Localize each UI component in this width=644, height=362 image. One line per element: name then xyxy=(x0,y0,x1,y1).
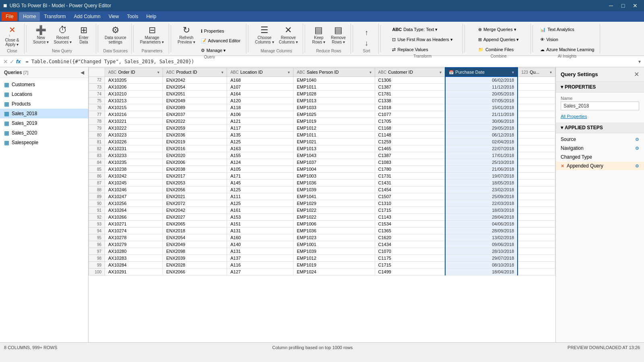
vision-button[interactable]: 👁 Vision xyxy=(538,35,561,44)
remove-columns-icon: ✕ xyxy=(285,26,292,35)
close-button[interactable]: ✕ xyxy=(630,2,641,10)
menu-tools[interactable]: Tools xyxy=(123,12,142,21)
name-property-input[interactable] xyxy=(561,101,639,110)
purchase-date-cell: 19/07/2018 xyxy=(445,173,518,180)
col-filter-icon-customer-id[interactable]: ▾ xyxy=(440,70,442,74)
remove-rows-button[interactable]: ▤ RemoveRows ▾ xyxy=(329,25,347,45)
row-number: 80 xyxy=(89,132,105,139)
order-id-cell: AX10235 xyxy=(105,159,163,166)
azure-ml-button[interactable]: ☁ Azure Machine Learning xyxy=(538,45,597,54)
col-header-location-id[interactable]: ABC Location ID ▾ xyxy=(227,68,293,77)
query-item-sales2019[interactable]: ▦ Sales_2019 xyxy=(0,118,88,128)
step-gear-icon[interactable]: ⚙ xyxy=(635,137,639,142)
manage-parameters-button[interactable]: ⊟ ManageParameters ▾ xyxy=(138,25,165,45)
chevron-down-icon-steps: ▾ xyxy=(561,125,563,130)
customer-id-cell: C1070 xyxy=(375,248,445,255)
col-filter-icon-quantity[interactable]: ▾ xyxy=(550,70,552,74)
app-icon: ■ xyxy=(3,2,7,9)
keep-rows-button[interactable]: ▤ KeepRows ▾ xyxy=(310,25,328,45)
replace-values-button[interactable]: ⇄ Replace Values xyxy=(390,45,430,54)
sales-person-id-cell: EMP1039 xyxy=(293,186,375,193)
col-header-product-id[interactable]: ABC Product ID ▾ xyxy=(163,68,227,77)
query-item-sales2018[interactable]: ▦ Sales_2018 xyxy=(0,109,88,118)
manage-button[interactable]: ⚙ Manage ▾ xyxy=(198,46,243,55)
location-id-cell: A131 xyxy=(227,228,293,234)
choose-columns-button[interactable]: ☰ ChooseColumns ▾ xyxy=(253,25,275,45)
product-id-cell: ENX2053 xyxy=(163,180,227,186)
formula-cancel-button[interactable]: ✕ xyxy=(3,58,8,65)
col-filter-icon-sales-person[interactable]: ▾ xyxy=(369,70,372,74)
step-changed-type[interactable]: Changed Type xyxy=(556,153,644,161)
query-item-customers[interactable]: ▦ Customers xyxy=(0,80,88,89)
sales-person-id-cell: EMP1033 xyxy=(293,104,375,111)
grid-container[interactable]: ABC Order ID ▾ ABC Product ID ▾ xyxy=(89,67,555,342)
customer-id-cell: C1077 xyxy=(375,111,445,118)
data-type-button[interactable]: ABC Data Type: Text ▾ xyxy=(390,25,440,34)
combine-files-button[interactable]: 📁 Combine Files xyxy=(476,45,516,54)
order-id-cell: AX10233 xyxy=(105,152,163,159)
query-settings-close-button[interactable]: ✕ xyxy=(634,70,639,78)
col-filter-icon-purchase-date[interactable]: ▾ xyxy=(512,70,514,74)
new-source-button[interactable]: ➕ NewSource ▾ xyxy=(31,25,50,45)
col-header-order-id[interactable]: ABC Order ID ▾ xyxy=(105,68,163,77)
step-gear-icon-nav[interactable]: ⚙ xyxy=(635,146,639,151)
queries-panel-collapse-button[interactable]: ◀ xyxy=(80,70,84,75)
col-header-quantity[interactable]: 123 Qu... ▾ xyxy=(518,68,555,77)
customer-id-cell: C1465 xyxy=(375,145,445,152)
location-id-cell: A107 xyxy=(227,84,293,91)
recent-sources-button[interactable]: ⏱ RecentSources ▾ xyxy=(52,25,73,45)
data-source-settings-button[interactable]: ⚙ Data sourcesettings xyxy=(103,25,128,45)
step-navigation[interactable]: Navigation ⚙ xyxy=(556,144,644,153)
purchase-date-cell: 28/10/2018 xyxy=(445,248,518,255)
query-item-products[interactable]: ▦ Products xyxy=(0,99,88,109)
product-id-cell: ENX2042 xyxy=(163,77,227,84)
use-first-row-button[interactable]: ⊡ Use First Row as Headers ▾ xyxy=(390,35,455,44)
applied-steps-section-header[interactable]: ▾ APPLIED STEPS xyxy=(556,122,644,133)
col-filter-icon-order-id[interactable]: ▾ xyxy=(157,70,159,74)
col-header-customer-id[interactable]: ABC Customer ID ▾ xyxy=(375,68,445,77)
col-header-sales-person-id[interactable]: ABC Sales Person ID ▾ xyxy=(293,68,375,77)
close-apply-button[interactable]: ✕↓ Close &Apply ▾ xyxy=(3,25,21,48)
step-source[interactable]: Source ⚙ xyxy=(556,135,644,144)
merge-queries-button[interactable]: ⊕ Merge Queries ▾ xyxy=(476,25,519,34)
advanced-editor-button[interactable]: 📝 Advanced Editor xyxy=(198,36,243,45)
menu-add-column[interactable]: Add Column xyxy=(70,12,105,21)
query-item-sales2020[interactable]: ▦ Sales_2020 xyxy=(0,128,88,138)
formula-input[interactable] xyxy=(24,59,635,64)
order-id-cell: AX10264 xyxy=(105,207,163,214)
col-header-purchase-date[interactable]: 📅 Purchase Date ▾ xyxy=(445,68,518,77)
table-body: 72AX10205ENX2042A168EMP1040C130606/02/20… xyxy=(89,77,555,275)
all-properties-link[interactable]: All Properties xyxy=(561,114,587,119)
properties-button[interactable]: ℹ Properties xyxy=(198,27,243,35)
col-filter-icon-product-id[interactable]: ▾ xyxy=(221,70,223,74)
step-appended-query[interactable]: ✕ Appended Query ⚙ xyxy=(556,161,644,170)
append-queries-button[interactable]: ⊞ Append Queries ▾ xyxy=(476,35,522,44)
menu-transform[interactable]: Transform xyxy=(40,12,70,21)
row-number: 96 xyxy=(89,241,105,248)
location-id-cell: A124 xyxy=(227,159,293,166)
formula-expand-icon[interactable]: ▾ xyxy=(638,59,641,64)
menu-help[interactable]: Help xyxy=(142,12,160,21)
text-analytics-button[interactable]: 📊 Text Analytics xyxy=(538,25,577,34)
enter-data-button[interactable]: ⊞ EnterData xyxy=(75,25,93,45)
formula-confirm-button[interactable]: ✓ xyxy=(10,58,14,65)
menu-view[interactable]: View xyxy=(105,12,123,21)
query-item-salespeople[interactable]: ▦ Salespeople xyxy=(0,138,88,147)
maximize-button[interactable]: □ xyxy=(617,2,629,10)
properties-section-header[interactable]: ▾ PROPERTIES xyxy=(556,82,644,93)
use-first-row-icon: ⊡ xyxy=(392,37,396,42)
sales-person-id-cell: EMP1022 xyxy=(293,207,375,214)
customer-id-cell: C1781 xyxy=(375,91,445,97)
sort-ascending-button[interactable]: ↑ xyxy=(361,28,373,37)
query-item-locations[interactable]: ▦ Locations xyxy=(0,89,88,99)
col-filter-icon-location-id[interactable]: ▾ xyxy=(288,70,290,74)
order-id-cell: AX10221 xyxy=(105,118,163,125)
sort-descending-button[interactable]: ↓ xyxy=(361,39,373,48)
refresh-preview-button[interactable]: ↻ RefreshPreview ▾ xyxy=(176,25,196,45)
minimize-button[interactable]: ─ xyxy=(605,2,617,10)
menu-file[interactable]: File xyxy=(2,12,17,21)
menu-home[interactable]: Home xyxy=(19,12,40,21)
queries-panel-count: [7] xyxy=(23,70,28,75)
remove-columns-button[interactable]: ✕ RemoveColumns ▾ xyxy=(277,25,299,45)
step-gear-icon-appended[interactable]: ⚙ xyxy=(635,163,639,169)
